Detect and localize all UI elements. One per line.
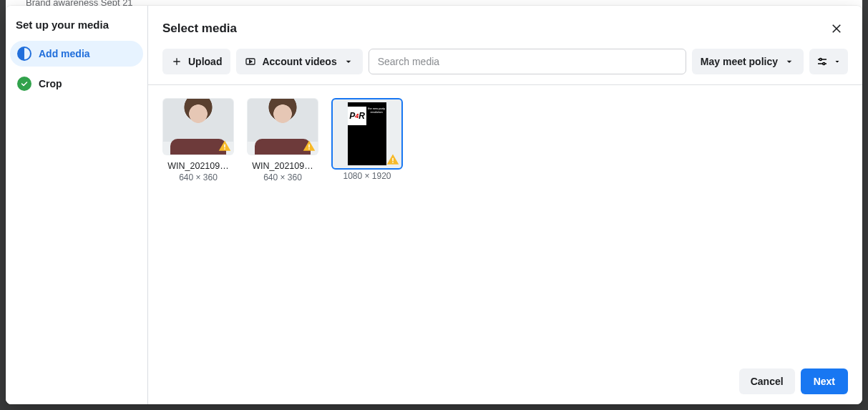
media-item[interactable]: P4R the new party revolution 1080 × 1920 — [331, 98, 403, 181]
plus-icon — [171, 56, 182, 67]
step-list: Add media Crop — [6, 38, 147, 99]
svg-marker-5 — [250, 60, 252, 63]
media-thumbnail: P4R the new party revolution — [331, 98, 403, 170]
svg-point-9 — [823, 63, 825, 65]
media-thumbnail — [247, 98, 318, 155]
step-add-media[interactable]: Add media — [10, 41, 143, 67]
account-videos-dropdown[interactable]: Account videos — [236, 49, 362, 74]
media-item[interactable]: WIN_202109… 640 × 360 — [162, 98, 234, 182]
warning-icon — [303, 140, 316, 152]
sidebar: Set up your media Add media Crop — [6, 6, 148, 404]
select-media-modal: Set up your media Add media Crop Select … — [6, 6, 862, 404]
media-filename: WIN_202109… — [167, 161, 228, 171]
svg-rect-10 — [224, 145, 225, 148]
sort-options-button[interactable] — [809, 49, 848, 74]
media-item[interactable]: WIN_202109… 640 × 360 — [247, 98, 318, 182]
toolbar: Upload Account videos May meet policy — [148, 49, 862, 85]
media-dimensions: 640 × 360 — [179, 172, 218, 182]
media-filename: WIN_202109… — [252, 161, 313, 171]
policy-filter-label: May meet policy — [701, 56, 778, 67]
sidebar-title: Set up your media — [6, 6, 147, 38]
account-videos-label: Account videos — [262, 56, 336, 67]
search-input[interactable] — [369, 49, 686, 74]
main-panel: Select media Upload Account videos — [148, 6, 862, 404]
media-gallery: WIN_202109… 640 × 360 WIN_202109… 640 × … — [148, 85, 862, 358]
step-label: Add media — [39, 48, 90, 59]
step-label: Crop — [39, 78, 62, 89]
sliders-icon — [816, 55, 829, 68]
svg-rect-11 — [224, 148, 225, 150]
modal-title: Select media — [162, 21, 237, 36]
close-icon — [830, 22, 843, 35]
p4r-logo: P4R — [348, 107, 366, 125]
svg-rect-12 — [308, 145, 310, 148]
media-thumbnail — [162, 98, 234, 155]
half-circle-icon — [17, 47, 31, 61]
warning-icon — [218, 140, 231, 152]
svg-rect-13 — [308, 148, 310, 150]
next-button[interactable]: Next — [801, 368, 848, 394]
modal-footer: Cancel Next — [148, 358, 862, 404]
policy-filter-dropdown[interactable]: May meet policy — [692, 49, 804, 74]
upload-button[interactable]: Upload — [162, 49, 230, 74]
video-icon — [245, 56, 256, 67]
cancel-button[interactable]: Cancel — [739, 368, 795, 394]
svg-rect-15 — [392, 162, 394, 163]
svg-point-7 — [819, 59, 821, 61]
media-dimensions: 1080 × 1920 — [343, 171, 391, 181]
caret-down-icon — [784, 56, 795, 67]
close-button[interactable] — [825, 17, 848, 40]
caret-down-icon — [833, 57, 842, 66]
modal-header: Select media — [148, 6, 862, 49]
media-dimensions: 640 × 360 — [263, 172, 302, 182]
caret-down-icon — [343, 56, 354, 67]
check-circle-icon — [17, 77, 31, 91]
upload-label: Upload — [188, 56, 222, 67]
warning-icon — [386, 153, 399, 166]
step-crop[interactable]: Crop — [10, 71, 143, 97]
svg-rect-14 — [392, 158, 394, 162]
